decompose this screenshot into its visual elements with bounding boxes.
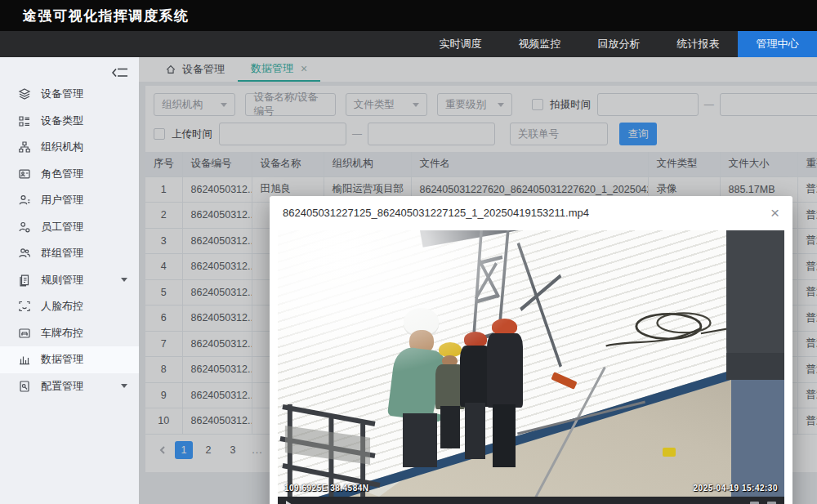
nav-management-center[interactable]: 管理中心 <box>738 31 817 57</box>
nav-realtime-dispatch[interactable]: 实时调度 <box>421 31 500 57</box>
video-frame: 109.6925E 38.4584N 2025-04-19 15:42:30 <box>278 230 784 497</box>
sidebar: 设备管理 设备类型 组织机构 角色管理 用户管理 <box>0 57 139 504</box>
person-right-foreground <box>726 230 784 497</box>
group-icon <box>18 247 31 260</box>
sidebar-item-device-manage[interactable]: 设备管理 <box>0 81 139 108</box>
sidebar-item-role-manage[interactable]: 角色管理 <box>0 161 139 188</box>
sidebar-item-face-control[interactable]: 人脸布控 <box>0 293 139 320</box>
chevron-down-icon <box>121 278 127 282</box>
video-datetime-overlay: 2025-04-19 15:42:30 <box>694 484 778 493</box>
yellow-tape-measure <box>663 448 676 457</box>
plate-icon <box>18 327 31 340</box>
play-icon[interactable] <box>286 501 292 504</box>
sidebar-item-data-manage[interactable]: 数据管理 <box>0 346 139 373</box>
video-controls <box>278 497 784 504</box>
volume-icon[interactable] <box>750 502 759 504</box>
user-icon <box>18 194 31 207</box>
device-type-icon <box>18 114 31 127</box>
app-title: 途强可视化指挥调度系统 <box>23 7 190 25</box>
video-preview-modal: 862405031227125_862405031227125_1_202504… <box>270 196 792 504</box>
sidebar-collapse-icon[interactable] <box>112 65 128 80</box>
metal-cart <box>278 380 395 497</box>
modal-title: 862405031227125_862405031227125_1_202504… <box>283 207 589 219</box>
sidebar-menu: 设备管理 设备类型 组织机构 角色管理 用户管理 <box>0 81 139 399</box>
face-scan-icon <box>18 300 31 313</box>
sidebar-item-staff-manage[interactable]: 员工管理 <box>0 214 139 241</box>
main-content: 设备管理 数据管理 × 组织机构 设备名称/设备编号 <box>139 57 817 504</box>
video-player: 109.6925E 38.4584N 2025-04-19 15:42:30 <box>278 230 784 504</box>
nav-playback-analysis[interactable]: 回放分析 <box>579 31 659 57</box>
bar-chart-icon <box>18 353 31 366</box>
nav-video-monitor[interactable]: 视频监控 <box>500 31 579 57</box>
layers-icon <box>18 87 31 100</box>
close-icon[interactable]: × <box>770 205 779 221</box>
org-tree-icon <box>18 140 31 154</box>
worker-red-helmet-2 <box>483 319 529 468</box>
sidebar-item-group-manage[interactable]: 群组管理 <box>0 240 139 267</box>
top-nav: 实时调度 视频监控 回放分析 统计报表 管理中心 <box>0 31 817 57</box>
sidebar-item-rules-manage[interactable]: 规则管理 <box>0 267 139 294</box>
staff-gear-icon <box>18 221 31 234</box>
app-window: 途强可视化指挥调度系统 实时调度 视频监控 回放分析 统计报表 管理中心 设备管… <box>0 0 817 504</box>
rules-doc-icon <box>18 274 31 287</box>
app-header: 途强可视化指挥调度系统 <box>0 0 817 31</box>
app-body: 设备管理 设备类型 组织机构 角色管理 用户管理 <box>0 57 817 504</box>
fullscreen-icon[interactable] <box>767 502 776 504</box>
chevron-down-icon <box>121 384 127 388</box>
modal-header: 862405031227125_862405031227125_1_202504… <box>270 196 792 229</box>
sidebar-item-user-manage[interactable]: 用户管理 <box>0 187 139 214</box>
sidebar-item-organization[interactable]: 组织机构 <box>0 134 139 161</box>
nav-statistics-report[interactable]: 统计报表 <box>659 31 738 57</box>
config-wrench-icon <box>18 380 31 393</box>
sidebar-item-plate-control[interactable]: 车牌布控 <box>0 320 139 347</box>
sidebar-item-config-manage[interactable]: 配置管理 <box>0 373 139 400</box>
video-gps-overlay: 109.6925E 38.4584N <box>284 484 369 493</box>
sidebar-item-device-type[interactable]: 设备类型 <box>0 108 139 135</box>
role-badge-icon <box>18 167 31 181</box>
